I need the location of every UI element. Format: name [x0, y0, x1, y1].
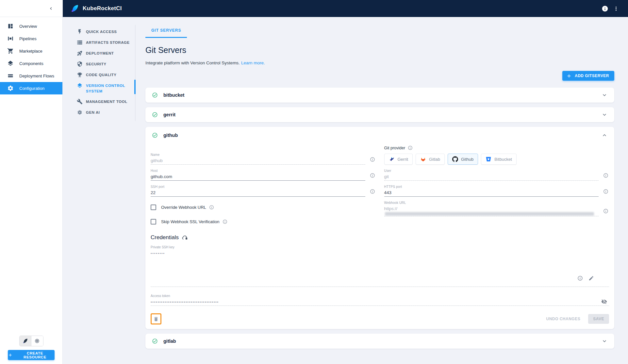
accordion-header-github[interactable]: github: [145, 127, 614, 142]
gitserver-name: github: [163, 133, 178, 138]
sidebar-header: [0, 0, 63, 17]
tabbar: GIT SERVERS: [145, 23, 614, 38]
https-port-field[interactable]: HTTPS port 443: [384, 181, 609, 197]
info-icon[interactable]: [223, 219, 228, 224]
add-gitserver-button[interactable]: ADD GITSERVER: [562, 71, 614, 81]
provider-option-gitlab[interactable]: Gitlab: [416, 154, 445, 165]
create-resource-button[interactable]: CREATE RESOURCE: [8, 350, 55, 360]
info-icon[interactable]: [603, 208, 608, 214]
plus-icon: [8, 353, 13, 357]
info-icon[interactable]: [370, 189, 375, 194]
info-icon[interactable]: [603, 173, 608, 178]
quill-logo-icon: [71, 4, 79, 13]
github-form: Name github Git provider: [145, 142, 614, 329]
collapse-left-icon[interactable]: [47, 5, 55, 12]
ssh-port-value[interactable]: 22: [151, 190, 365, 196]
view-toggle-group: [19, 336, 43, 346]
main-content: GIT SERVERS Git Servers Integrate platfo…: [136, 17, 628, 364]
confignav-item-version-control-system[interactable]: VERSION CONTROL SYSTEM: [63, 80, 136, 96]
kebab-menu-icon[interactable]: [610, 3, 621, 14]
info-icon[interactable]: [577, 275, 583, 281]
accordion-header-gerrit[interactable]: gerrit: [145, 107, 614, 122]
artifacts-storage-icon: [77, 40, 83, 45]
info-icon[interactable]: [408, 145, 413, 151]
trash-icon: [153, 316, 159, 322]
sidebar: Overview Pipelines Marketplace Component…: [0, 17, 63, 364]
tab-git-servers[interactable]: GIT SERVERS: [145, 23, 187, 38]
components-layers-icon: [7, 60, 14, 67]
info-icon[interactable]: [603, 189, 608, 194]
chevron-down-icon[interactable]: [601, 111, 608, 118]
confignav-divider: [135, 25, 136, 121]
deployment-flows-icon: [7, 73, 14, 79]
cloud-lock-icon: [182, 235, 188, 240]
confignav-item-artifacts-storage[interactable]: ARTIFACTS STORAGE: [63, 37, 136, 48]
private-ssh-key-label: Private SSH key: [151, 245, 609, 249]
host-value[interactable]: github.com: [151, 174, 365, 180]
undo-changes-button[interactable]: UNDO CHANGES: [546, 317, 581, 321]
kuberocketci-view-toggle[interactable]: [20, 336, 31, 346]
appbar: KubeRocketCI: [63, 0, 628, 17]
chevron-down-icon[interactable]: [601, 92, 608, 98]
user-label: User: [384, 169, 599, 173]
override-webhook-checkbox[interactable]: [151, 205, 156, 210]
confignav-item-deployment[interactable]: DEPLOYMENT: [63, 48, 136, 59]
confignav-item-management-tool[interactable]: MANAGEMENT TOOL: [63, 96, 136, 107]
confignav-item-security[interactable]: SECURITY: [63, 59, 136, 70]
app-title: KubeRocketCI: [83, 5, 122, 12]
sidebar-item-components[interactable]: Components: [0, 57, 62, 70]
check-circle-icon: [152, 92, 158, 98]
accordion-header-bitbucket[interactable]: bitbucket: [145, 88, 614, 103]
skip-ssl-row: Skip Webhook SSL Verification: [151, 219, 376, 224]
webhook-url-value: https://: [384, 206, 599, 216]
provider-option-github[interactable]: Github: [448, 154, 478, 165]
gitlab-icon: [420, 156, 426, 162]
host-field[interactable]: Host github.com: [151, 165, 376, 181]
bitbucket-icon: [486, 156, 491, 162]
info-icon[interactable]: [370, 157, 375, 162]
confignav-item-gen-ai[interactable]: GEN AI: [63, 107, 136, 118]
quill-icon: [23, 338, 28, 344]
credentials-section-title: Credentials: [151, 234, 609, 241]
security-shield-icon: [77, 61, 83, 67]
gitserver-name: bitbucket: [163, 92, 184, 98]
gitserver-card-bitbucket: bitbucket: [145, 88, 614, 103]
gitserver-name: gitlab: [163, 339, 176, 344]
info-icon[interactable]: [370, 173, 375, 178]
page-title: Git Servers: [145, 45, 614, 55]
sidebar-item-pipelines[interactable]: Pipelines: [0, 32, 62, 45]
info-icon[interactable]: [599, 3, 610, 14]
eye-off-icon[interactable]: [601, 299, 607, 305]
provider-option-bitbucket[interactable]: Bitbucket: [481, 154, 516, 165]
kubernetes-view-toggle[interactable]: [31, 336, 43, 346]
skip-ssl-checkbox[interactable]: [151, 219, 156, 224]
check-circle-icon: [152, 338, 158, 344]
learn-more-link[interactable]: Learn more.: [241, 60, 265, 65]
user-value: git: [384, 174, 599, 180]
accordion-header-gitlab[interactable]: gitlab: [145, 334, 614, 349]
confignav-item-code-quality[interactable]: CODE QUALITY: [63, 70, 136, 80]
check-circle-icon: [152, 132, 158, 138]
https-port-label: HTTPS port: [384, 185, 599, 189]
sidebar-item-configuration[interactable]: Configuration: [0, 82, 62, 94]
https-port-value[interactable]: 443: [384, 190, 599, 196]
confignav-item-quick-access[interactable]: QUICK ACCESS: [63, 26, 136, 37]
info-icon[interactable]: [209, 205, 214, 210]
provider-option-gerrit[interactable]: Gerrit: [384, 154, 413, 165]
sidebar-item-marketplace[interactable]: Marketplace: [0, 45, 62, 57]
name-label: Name: [151, 153, 365, 157]
sidebar-item-overview[interactable]: Overview: [0, 20, 62, 32]
delete-gitserver-button[interactable]: [151, 313, 161, 324]
marketplace-cart-icon: [7, 48, 14, 54]
chevron-down-icon[interactable]: [601, 338, 608, 344]
sidebar-item-deployment-flows[interactable]: Deployment Flows: [0, 70, 62, 82]
private-ssh-key-masked-value: ••••••••: [151, 252, 609, 255]
pencil-icon[interactable]: [588, 275, 594, 281]
save-button[interactable]: SAVE: [588, 314, 609, 324]
vcs-layers-icon: [77, 83, 83, 89]
name-field: Name github: [151, 144, 376, 165]
webhook-url-masked-value: [385, 212, 594, 216]
ssh-port-field[interactable]: SSH port 22: [151, 181, 376, 197]
gen-ai-icon: [77, 109, 83, 115]
chevron-up-icon[interactable]: [601, 132, 608, 139]
